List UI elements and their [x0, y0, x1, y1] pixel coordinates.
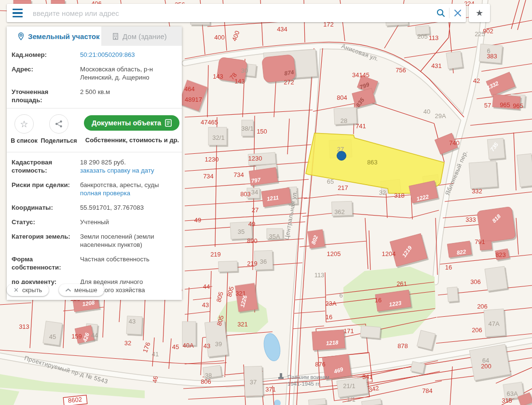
- detail-status: Статус: Учтенный: [12, 218, 176, 226]
- parcel-label: 272: [284, 79, 294, 86]
- parcel-label: 383: [487, 53, 497, 60]
- menu-icon: [13, 9, 23, 11]
- parcel-label: 219: [247, 260, 258, 267]
- share-icon: [55, 120, 63, 128]
- parcel-label: 332: [472, 188, 482, 195]
- order-certificate-link[interactable]: заказать справку на дату: [80, 166, 154, 175]
- parcel-label: 143: [234, 78, 245, 85]
- search-input[interactable]: [28, 9, 433, 17]
- parcel-label: 206: [472, 326, 482, 334]
- parcel-label: 37: [250, 378, 257, 386]
- parcel-label: 1230: [205, 156, 219, 163]
- parcel-label: 48917: [185, 96, 202, 103]
- parcel-label: 45: [172, 343, 179, 351]
- parcel-label: 36: [260, 258, 267, 265]
- collapse-panel-button[interactable]: меньше: [59, 284, 104, 296]
- memorial-text-line1: Павшим воинам: [287, 374, 329, 380]
- parcel-label: 863: [367, 159, 378, 166]
- field-cad-number: Кад.номер: 50:21:0050209:863: [12, 51, 176, 59]
- tab-label: Дом (здание): [123, 32, 167, 40]
- object-documents-button[interactable]: Документы объекта: [84, 115, 179, 131]
- parcel-label: 306: [470, 278, 481, 285]
- parcel-label: 313: [19, 323, 29, 330]
- field-address: Адрес: Московская область, р-н Ленинский…: [12, 65, 176, 81]
- parcel-label: 23A: [325, 300, 336, 307]
- parcel-label: 1204: [382, 250, 396, 257]
- parcel-label: 806: [201, 378, 211, 385]
- parcel-label: 38/1: [241, 125, 253, 132]
- parcel-label: 32/1: [212, 134, 224, 141]
- actions-row: ☆ В список Поделиться Документы объекта: [12, 114, 176, 150]
- favorites-button[interactable]: ★: [469, 4, 490, 22]
- parcel-label: 431: [431, 62, 442, 69]
- parcel-label: 219: [210, 251, 221, 258]
- parcel-label: 49: [194, 216, 201, 224]
- full-check-link[interactable]: полная проверка: [80, 189, 159, 197]
- parcel-label: 43: [204, 342, 210, 350]
- close-icon: [454, 9, 462, 17]
- parcel-label: 150: [257, 128, 267, 135]
- parcel-label: 43: [129, 318, 136, 325]
- chevron-up-icon: [66, 288, 71, 292]
- parcel-label: 32: [379, 189, 386, 196]
- parcel-label: 261: [396, 280, 407, 287]
- building-icon: [112, 33, 119, 40]
- parcel-label: 113: [314, 271, 325, 279]
- parcel-label: 874: [284, 69, 295, 77]
- parcel-label: 30: [241, 67, 248, 74]
- parcel-label: 965: [500, 101, 510, 108]
- divider: [7, 108, 182, 108]
- tab-label: Земельный участок: [28, 32, 100, 40]
- parcel-label: 1205: [327, 250, 341, 257]
- cad-number-link[interactable]: 50:21:0050209:863: [80, 51, 135, 58]
- share-label: Поделиться: [41, 137, 77, 144]
- info-panel: Земельный участок Дом (здание) Кад.номер…: [7, 27, 182, 300]
- parcel-label: 46: [151, 375, 160, 383]
- parcel-label: 1218: [326, 339, 339, 346]
- parcel-label: 57: [484, 102, 491, 109]
- parcel-label: 217: [338, 184, 348, 191]
- parcel-label: 804: [337, 94, 347, 101]
- detail-coordinates: Координаты: 55.591701, 37.767083: [12, 203, 176, 212]
- star-icon: ★: [476, 8, 483, 18]
- field-area: Уточненная площадь: 2 500 кв.м: [12, 88, 176, 104]
- clear-search-button[interactable]: [450, 4, 466, 22]
- parcel-label: 321: [237, 321, 248, 328]
- parcel-label: 225: [475, 30, 485, 38]
- divider: [7, 152, 182, 152]
- detail-land-category: Категория земель: Земли поселений (земли…: [12, 232, 176, 249]
- parcel-label: 784: [422, 387, 433, 394]
- top-search-bar: [7, 4, 466, 22]
- parcel-label: 143: [213, 73, 223, 80]
- parcel-label: 34: [251, 189, 258, 196]
- parcel-label: 434: [277, 26, 287, 33]
- search-icon: [436, 8, 446, 18]
- tab-building[interactable]: Дом (здание): [101, 27, 182, 46]
- add-to-list-button[interactable]: ☆: [14, 114, 34, 134]
- parcel-label: 400: [214, 34, 225, 41]
- share-button[interactable]: [49, 114, 68, 134]
- parcel-label: 27: [337, 146, 344, 153]
- parcel-label: 741: [355, 122, 366, 130]
- menu-button[interactable]: [7, 4, 28, 22]
- parcel-label: 318: [394, 192, 405, 199]
- parcel-label: 44: [203, 283, 210, 290]
- parcel-label: 47A: [488, 320, 499, 327]
- parcel-label: 965: [513, 102, 523, 109]
- parcel-label: 756: [396, 67, 406, 74]
- parcel-label: 740: [449, 139, 460, 147]
- parcel-label: 1230: [248, 155, 262, 162]
- parcel-label: 734: [233, 171, 244, 178]
- parcel-label: 315: [502, 397, 512, 404]
- parcel-label: 206: [477, 303, 488, 310]
- add-to-list-label: В список: [6, 137, 42, 144]
- search-button[interactable]: [433, 4, 449, 22]
- parcel-label: 16: [375, 297, 382, 304]
- parcel-label: 8602: [68, 396, 82, 405]
- parcel-label: 44: [91, 332, 98, 339]
- location-pin-icon: [17, 32, 25, 40]
- hide-panel-button[interactable]: ✕ скрыть: [7, 284, 49, 296]
- parcel-label: 34145: [352, 71, 369, 79]
- parcel-label: 113: [429, 34, 439, 41]
- tab-land-parcel[interactable]: Земельный участок: [7, 27, 101, 46]
